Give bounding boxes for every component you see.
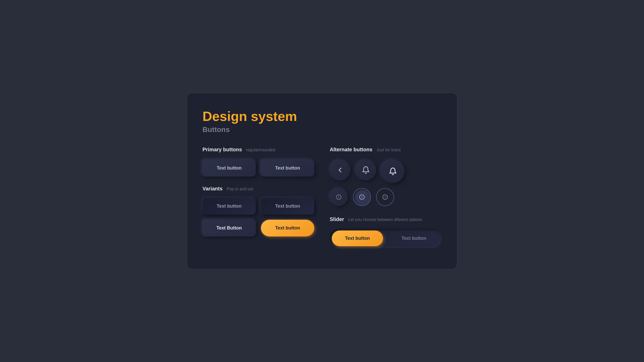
back-icon	[336, 166, 344, 174]
primary-btn-2[interactable]: Text button	[261, 160, 314, 176]
slider-header: Slider Let you choose between diferent o…	[330, 216, 442, 222]
slider-active-btn[interactable]: Text button	[332, 231, 383, 246]
variant-btn-4[interactable]: Text button	[261, 220, 314, 236]
variant-btn-1[interactable]: Text button	[202, 198, 256, 215]
primary-buttons-header: Primary buttons regular/rounded	[202, 147, 314, 153]
variants-title: Variants	[202, 186, 223, 192]
primary-btn-1[interactable]: Text button	[202, 160, 256, 176]
primary-btn-row: Text button Text button	[202, 160, 314, 176]
info-icon-3	[382, 194, 388, 200]
right-section: Alternate buttons Just for icons	[330, 147, 442, 248]
slider-container: Text button Text button	[330, 228, 442, 248]
alternate-header: Alternate buttons Just for icons	[330, 147, 442, 153]
info-button-2[interactable]	[353, 188, 371, 206]
info-icon-2	[359, 194, 365, 200]
slider-section: Slider Let you choose between diferent o…	[330, 216, 442, 248]
sections-row: Primary buttons regular/rounded Text but…	[202, 147, 442, 248]
page-subtitle: Buttons	[202, 126, 442, 134]
primary-buttons-desc: regular/rounded	[246, 148, 275, 152]
variant-btn-3[interactable]: Text Button	[202, 220, 256, 236]
variants-btn-row-1: Text button Text button	[202, 198, 314, 215]
variants-header: Variants Pop in and out	[202, 186, 314, 192]
left-section: Primary buttons regular/rounded Text but…	[202, 147, 314, 248]
primary-buttons-title: Primary buttons	[202, 147, 242, 153]
alternate-desc: Just for icons	[377, 148, 401, 152]
bell-icon	[362, 166, 370, 174]
alternate-title: Alternate buttons	[330, 147, 372, 153]
bell-active-button[interactable]	[381, 160, 404, 183]
page-title: Design system	[202, 109, 442, 124]
slider-desc: Let you choose between diferent options	[348, 217, 422, 222]
slider-inactive-btn[interactable]: Text button	[388, 231, 439, 246]
design-system-card: Design system Buttons Primary buttons re…	[187, 93, 457, 269]
variants-desc: Pop in and out	[227, 187, 253, 191]
bell-active-icon	[389, 167, 397, 175]
variant-btn-2[interactable]: Text button	[261, 198, 314, 215]
info-icon-1	[336, 194, 342, 200]
icon-btn-row-1	[330, 160, 442, 183]
variants-btn-row-2: Text Button Text button	[202, 220, 314, 236]
info-button-1[interactable]	[330, 188, 348, 206]
icon-btn-row-2	[330, 188, 442, 206]
bell-button[interactable]	[355, 160, 376, 180]
info-button-3[interactable]	[376, 188, 394, 206]
slider-title: Slider	[330, 216, 344, 222]
back-button[interactable]	[330, 160, 350, 180]
